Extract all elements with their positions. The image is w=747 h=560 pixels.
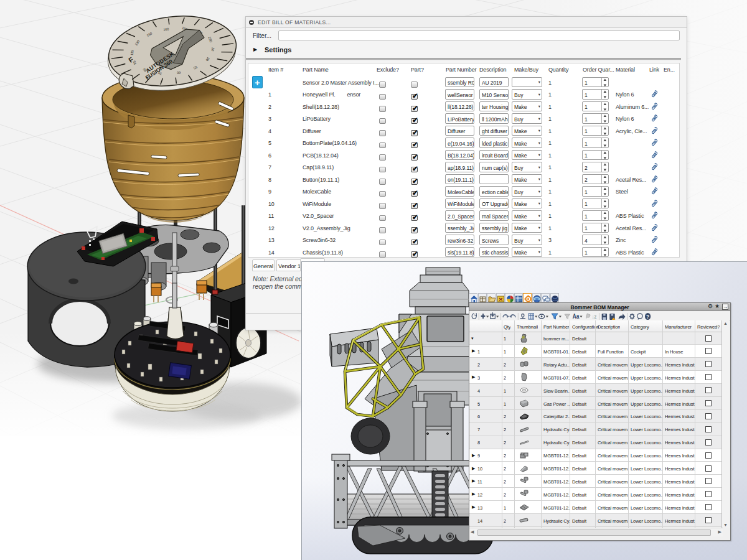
svg-text:↓z: ↓z bbox=[592, 313, 597, 320]
svg-text:115: 115 bbox=[129, 50, 134, 56]
svg-text:60: 60 bbox=[177, 71, 181, 75]
svg-text:160: 160 bbox=[163, 27, 169, 32]
svg-text:?: ? bbox=[646, 313, 649, 320]
svg-text:Aa: Aa bbox=[573, 313, 580, 320]
svg-text:20: 20 bbox=[211, 47, 215, 52]
